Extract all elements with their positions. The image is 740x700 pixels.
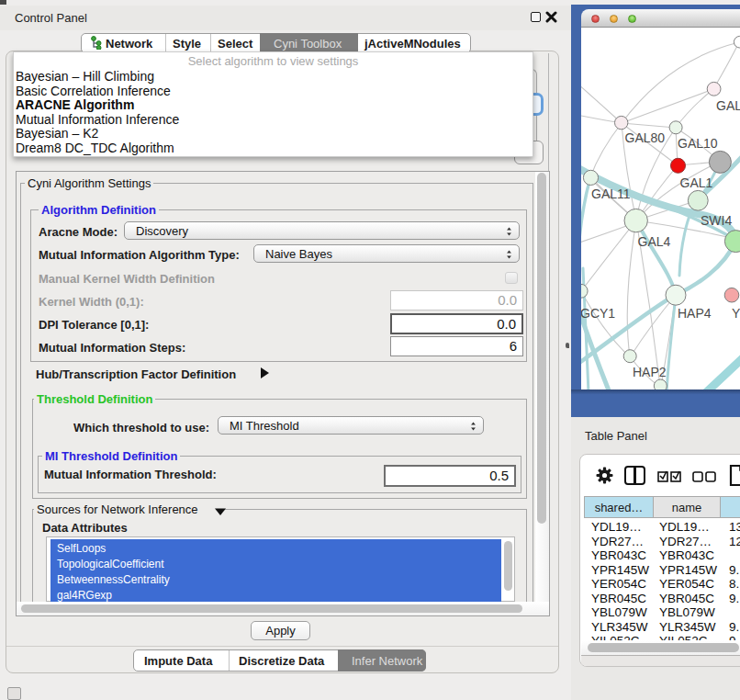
svg-text:SWI4: SWI4 xyxy=(701,213,732,228)
svg-text:HAP4: HAP4 xyxy=(678,306,712,321)
svg-text:GAL4: GAL4 xyxy=(638,234,671,249)
svg-text:GCY1: GCY1 xyxy=(581,306,615,321)
svg-text:GAL1: GAL1 xyxy=(680,175,713,190)
svg-text:GAL2: GAL2 xyxy=(716,98,740,113)
svg-text:GAL80: GAL80 xyxy=(625,130,666,145)
svg-text:HAP2: HAP2 xyxy=(633,365,667,379)
svg-text:GAL10: GAL10 xyxy=(678,136,718,151)
svg-text:Y: Y xyxy=(732,306,740,321)
svg-text:GAL11: GAL11 xyxy=(591,186,631,201)
